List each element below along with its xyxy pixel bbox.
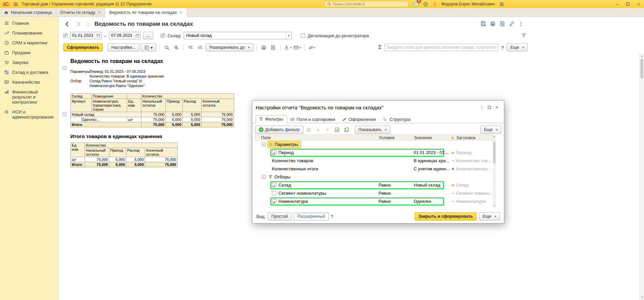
- add-filter-button[interactable]: + Добавить фильтр: [255, 126, 303, 134]
- minimize-button[interactable]: –: [614, 2, 620, 7]
- condition-cell[interactable]: Равно: [378, 189, 412, 197]
- sidebar-item-crm[interactable]: CRM и маркетинг: [0, 38, 58, 48]
- value-cell[interactable]: 5,000: [109, 157, 126, 162]
- move-up-button[interactable]: ▲: [314, 126, 322, 134]
- print-preview-icon[interactable]: [500, 21, 505, 26]
- dialog-maximize-icon[interactable]: [486, 106, 493, 109]
- uncheck-all-button[interactable]: [343, 126, 351, 134]
- value-cell[interactable]: 75,000: [85, 162, 109, 167]
- find-next-button[interactable]: [172, 43, 180, 51]
- sidebar-item-purchases[interactable]: Закупки: [0, 58, 58, 67]
- user-menu[interactable]: Федоров Борис Михайлович: [441, 2, 495, 6]
- back-button[interactable]: [63, 20, 71, 28]
- group-row-selections[interactable]: − Отборы: [255, 173, 493, 181]
- maximize-button[interactable]: [625, 2, 630, 6]
- tab-appearance[interactable]: Оформление: [339, 115, 380, 123]
- save-file-button[interactable]: ▾: [284, 43, 292, 51]
- value-cell[interactable]: 5,000: [126, 157, 145, 162]
- scroll-up-icon[interactable]: ▲: [493, 135, 496, 137]
- calendar-icon[interactable]: [95, 32, 101, 39]
- global-search[interactable]: [325, 1, 409, 7]
- favorites-icon[interactable]: ☆: [433, 1, 437, 7]
- unit-cell[interactable]: шт: [127, 117, 141, 122]
- combo-dropdown-icon[interactable]: ▼: [285, 32, 292, 39]
- value-cell[interactable]: 5,000: [183, 117, 202, 122]
- dialog-more-button[interactable]: Еще: [480, 126, 501, 134]
- value-cell[interactable]: 75,000: [145, 162, 178, 167]
- row-checkbox[interactable]: [272, 199, 276, 203]
- sidebar-item-sales[interactable]: Продажи: [0, 48, 58, 58]
- tab-warehouse-reports[interactable]: Отчеты по складу ×: [56, 8, 105, 17]
- link-icon[interactable]: [509, 21, 514, 26]
- group-row-parameters[interactable]: − Параметры: [255, 141, 493, 149]
- expand-groups-button[interactable]: [196, 43, 204, 51]
- value-cell[interactable]: 5,000: [126, 162, 145, 167]
- show-button[interactable]: Показывать: [355, 126, 390, 134]
- row-period[interactable]: Период 01.01.2023 - 07.... ★ Период: [255, 149, 493, 157]
- item-name-cell[interactable]: Одеялко, ,: [71, 117, 127, 122]
- service-menu-icon[interactable]: [499, 2, 504, 7]
- value-cell[interactable]: Новый склад: [414, 181, 450, 189]
- favorite-star-icon[interactable]: ☆: [86, 21, 91, 28]
- value-cell[interactable]: 01.01.2023 - 07....: [414, 149, 450, 157]
- close-and-generate-button[interactable]: Закрыть и сформировать: [415, 212, 477, 220]
- value-cell[interactable]: 5,000: [166, 122, 183, 127]
- print-icon[interactable]: [490, 21, 496, 26]
- value-cell[interactable]: 5,000: [109, 162, 126, 167]
- sidebar-item-warehouse[interactable]: Склад и доставка: [0, 67, 58, 77]
- collapse-groups-button[interactable]: [187, 43, 195, 51]
- close-tab-icon[interactable]: ×: [179, 10, 183, 15]
- search-button[interactable]: [163, 43, 171, 51]
- row-quantity[interactable]: Количество товаров В единицах хра... − К…: [255, 157, 493, 165]
- value-cell[interactable]: 75,000: [141, 117, 166, 122]
- check-all-button[interactable]: [333, 126, 341, 134]
- row-checkbox[interactable]: [272, 183, 276, 187]
- scrollbar-thumb[interactable]: [493, 141, 496, 164]
- tab-home[interactable]: Начальная страница: [0, 8, 56, 17]
- forward-button[interactable]: [74, 20, 83, 28]
- row-nomenclature[interactable]: Номенклатура Равно Одеялко − Номенклатур…: [255, 197, 493, 206]
- exchange-button[interactable]: ⇄ ▾: [308, 43, 316, 51]
- main-menu-icon[interactable]: [13, 2, 18, 7]
- value-cell[interactable]: 75,000: [141, 122, 166, 127]
- dash-icon[interactable]: −: [450, 197, 456, 206]
- footer-more-button[interactable]: Еще: [479, 212, 500, 220]
- cross-icon[interactable]: ×: [450, 165, 456, 173]
- date-to-input[interactable]: [109, 33, 134, 38]
- detail-checkbox[interactable]: [301, 34, 305, 38]
- warehouse-checkbox[interactable]: [161, 34, 165, 38]
- autosum-icon[interactable]: Σ: [378, 44, 382, 50]
- collapse-icon[interactable]: −: [262, 143, 266, 146]
- global-search-input[interactable]: [333, 2, 406, 6]
- tab-structure[interactable]: Структура: [380, 115, 414, 123]
- condition-cell[interactable]: Равно: [378, 197, 412, 206]
- tab-filters[interactable]: Фильтры: [256, 115, 287, 123]
- scroll-down-icon[interactable]: ▼: [493, 205, 496, 207]
- warehouse-input[interactable]: [184, 33, 285, 38]
- scroll-down-icon[interactable]: ▼: [640, 296, 644, 299]
- calendar-icon[interactable]: [134, 32, 140, 39]
- delete-filter-button[interactable]: [305, 126, 313, 134]
- row-checkbox[interactable]: [272, 150, 276, 155]
- more-commands-icon[interactable]: ⋮: [519, 21, 524, 27]
- value-cell[interactable]: 75,000: [202, 122, 234, 127]
- condition-cell[interactable]: Равно: [378, 181, 412, 189]
- row-checkbox[interactable]: [272, 191, 276, 195]
- print-button[interactable]: [260, 43, 268, 51]
- value-cell[interactable]: С учетом едини...: [414, 165, 450, 173]
- notifications-button[interactable]: 4: [413, 1, 419, 7]
- close-button[interactable]: ×: [636, 2, 641, 7]
- total-label-cell[interactable]: Итого: [71, 122, 141, 127]
- print-preview-button[interactable]: [269, 43, 277, 51]
- dialog-close-icon[interactable]: ×: [493, 105, 501, 110]
- view-simple-button[interactable]: Простой: [268, 213, 292, 220]
- row-warehouse[interactable]: Склад Равно Новый склад ★ Склад: [255, 181, 493, 189]
- sidebar-item-treasury[interactable]: Казначейство: [0, 77, 58, 87]
- quick-filter-input[interactable]: [384, 44, 499, 51]
- dialog-more-icon[interactable]: ⋮: [478, 105, 486, 110]
- dash-icon[interactable]: −: [450, 189, 456, 197]
- scroll-up-icon[interactable]: ▲: [640, 55, 644, 58]
- important-star-icon[interactable]: ★: [450, 181, 456, 189]
- close-tab-icon[interactable]: ×: [97, 10, 101, 15]
- collapse-group-icon[interactable]: −: [63, 112, 66, 116]
